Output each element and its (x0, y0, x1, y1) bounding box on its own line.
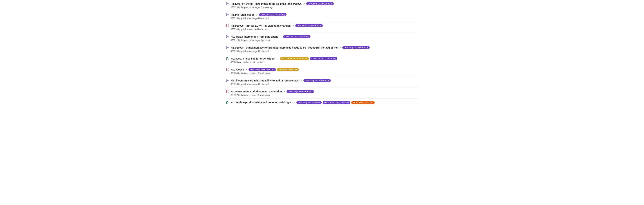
pr-main-row: FIX: update product with stock to lot or… (226, 101, 418, 104)
pr-main-row: FIX #25983✓DevCamp 2023 GermanyPR needs … (226, 68, 418, 71)
pr-title[interactable]: FIX #25983 (231, 68, 244, 71)
check-icon: ✓ (256, 13, 258, 16)
pr-status-icon-merged (226, 13, 229, 16)
pr-status-icon-merged (226, 35, 229, 38)
pr-item: Fix #26008 - translation key for product… (226, 44, 418, 55)
pr-item: FIX25996 project odt document generation… (226, 88, 418, 99)
pr-status-icon-merged (226, 79, 229, 82)
pr-main-row: FIX #25973 false link for order widget✓B… (226, 57, 418, 60)
pr-status-icon-closed (226, 90, 229, 93)
pr-meta: #26016 by priojk was merged last month (230, 17, 418, 19)
check-icon: ✓ (277, 57, 279, 60)
pr-badge[interactable]: DevCamp 2022 Nantes (296, 101, 322, 104)
check-icon: ✓ (283, 90, 286, 93)
pr-meta: #25999 by priojk was merged last month (230, 83, 418, 85)
pr-status-icon-closed (226, 68, 229, 71)
pr-title[interactable]: Fix #26008 - translation key for product… (231, 46, 338, 49)
pr-status-icon-merged (226, 46, 229, 49)
pr-title[interactable]: Fix Error on the uk_links index of the l… (231, 2, 302, 5)
pr-status-icon-open (226, 57, 229, 60)
check-icon: ✓ (245, 68, 248, 71)
pr-status-icon-open (226, 101, 229, 104)
pr-main-row: Fix PHPStan issues✓DevCamp 2023 Germany (226, 13, 418, 16)
pr-item: FIX create intervention from time spend✓… (226, 33, 418, 44)
pr-main-row: FIX create intervention from time spend✓… (226, 35, 418, 38)
pr-badge[interactable]: DevCamp 2023 Germany (283, 35, 310, 38)
pr-badge[interactable]: DevCamp 2023 Germany (342, 46, 370, 49)
pr-title[interactable]: Fix PHPStan issues (231, 13, 254, 16)
pr-meta: #25997 by tiaris was closed 3 weeks ago (230, 94, 418, 96)
pr-main-row: Fix Error on the uk_links index of the l… (226, 2, 418, 5)
pr-item: Fix: inventory card missing ability to a… (226, 77, 418, 88)
pr-badge[interactable]: DevCamp 2023 Germany (295, 24, 323, 27)
pr-badge[interactable]: PR to fix or conflict to (351, 101, 374, 104)
pr-badge[interactable]: DevCamp 2023 Germany (259, 13, 286, 16)
pr-badge[interactable]: DevCamp 2023 Germany (304, 79, 331, 82)
pr-meta: #26029 by fappels was merged 3 weeks ago (230, 6, 418, 9)
check-icon: ✓ (280, 35, 282, 38)
check-icon: ✓ (303, 2, 305, 5)
check-icon: ✓ (339, 46, 341, 49)
check-icon: ✓ (293, 101, 295, 104)
pr-item: FIX #25973 false link for order widget✓B… (226, 55, 418, 66)
pr-item: Fix Error on the uk_links index of the l… (226, 0, 418, 11)
pr-badge[interactable]: DevCamp 2023 Germany (286, 90, 314, 93)
pr-title[interactable]: FIX create intervention from time spend (231, 35, 278, 38)
pr-badge[interactable]: Bug need more information (280, 57, 309, 60)
pr-item: Fix PHPStan issues✓DevCamp 2023 Germany#… (226, 11, 418, 22)
pr-title[interactable]: FIX #25973 false link for order widget (231, 57, 275, 60)
check-icon: ✓ (300, 79, 302, 82)
check-icon: ✓ (292, 24, 294, 27)
pr-badge[interactable]: PR needs feedback (277, 68, 299, 71)
pr-badge[interactable]: DevCamp 2023 Germany (248, 68, 276, 71)
pr-status-icon-closed (226, 24, 229, 27)
pr-meta: #26014 by priojk was closed last month (230, 28, 418, 30)
pr-main-row: FIX25996 project odt document generation… (226, 90, 418, 93)
pr-badge[interactable]: DevCamp 2023 Germany (306, 2, 334, 5)
pr-meta: #26012 by fappels was merged last month (230, 39, 418, 41)
pr-meta: #26006 opened last month by tiaris (230, 61, 418, 63)
pr-status-icon-merged (226, 2, 229, 5)
pr-meta: #26004 by tiaris was closed 3 weeks ago (230, 72, 418, 74)
pr-title[interactable]: FIX25996 project odt document generation (231, 90, 282, 93)
pr-item: FIX #25983✓DevCamp 2023 GermanyPR needs … (226, 66, 418, 77)
pr-title[interactable]: Fix: inventory card missing ability to a… (231, 79, 299, 82)
pr-badge[interactable]: DevCamp 2023 Germany (310, 57, 337, 60)
pr-main-row: Fix #26008 - translation key for product… (226, 46, 418, 49)
pr-title[interactable]: Fix #26005 - link for EU VAT ID validati… (231, 24, 291, 27)
pr-item: Fix #26005 - link for EU VAT ID validati… (226, 22, 418, 33)
pr-main-row: Fix #26005 - link for EU VAT ID validati… (226, 24, 418, 27)
pr-title[interactable]: FIX: update product with stock to lot or… (231, 101, 292, 104)
pr-main-row: Fix: inventory card missing ability to a… (226, 79, 418, 82)
pr-item: FIX: update product with stock to lot or… (226, 99, 418, 106)
pr-list: Fix Error on the uk_links index of the l… (223, 0, 421, 106)
pr-meta: #26010 by priojk was merged last month (230, 50, 418, 52)
pr-badge[interactable]: DevCamp 2023 Germany (323, 101, 350, 104)
